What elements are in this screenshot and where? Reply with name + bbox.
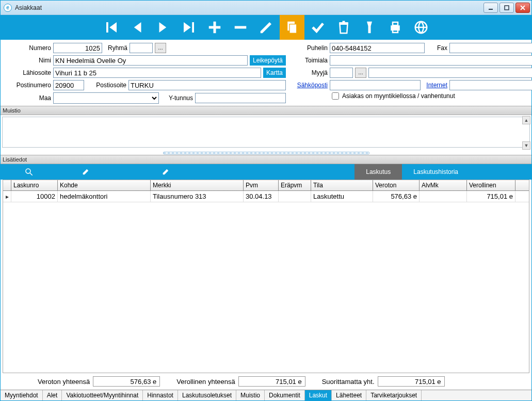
fax-input[interactable]: [449, 43, 532, 53]
myyntikielto-checkbox[interactable]: [332, 92, 339, 100]
internet-input[interactable]: [449, 80, 532, 90]
window-title: Asiakkaat: [15, 4, 483, 11]
bottom-tab-tarviketarjoukset[interactable]: Tarviketarjoukset: [366, 390, 422, 400]
suorittamatta-total-value: 715,01 e: [378, 376, 445, 387]
grid-header: Laskunro Kohde Merkki Pvm Eräpvm Tila Ve…: [3, 180, 529, 191]
maa-select[interactable]: [53, 92, 159, 104]
bottom-tab-hinnastot[interactable]: Hinnastot: [143, 390, 178, 400]
svg-rect-12: [393, 22, 398, 25]
puhelin-input[interactable]: [330, 43, 425, 53]
nav-last-button[interactable]: [176, 15, 201, 40]
add-button[interactable]: [202, 15, 227, 40]
svg-rect-2: [106, 22, 108, 33]
col-tila[interactable]: Tila: [311, 180, 373, 190]
myyja-label: Myyjä: [294, 69, 328, 76]
customer-form: Numero Ryhmä … Nimi Leikepöytä Lähiosoit…: [1, 40, 531, 106]
print-button[interactable]: [383, 15, 408, 40]
minimize-button[interactable]: [483, 3, 498, 13]
col-merkki[interactable]: Merkki: [151, 180, 244, 190]
bottom-tab-dokumentit[interactable]: Dokumentit: [265, 390, 305, 400]
confirm-button[interactable]: [305, 15, 330, 40]
edit-button[interactable]: [254, 15, 279, 40]
bottom-tabs: MyyntiehdotAletVakiotuotteet/Myyntihinna…: [1, 390, 531, 400]
app-icon: e: [4, 4, 12, 12]
col-verollinen[interactable]: Verollinen: [467, 180, 515, 190]
bottom-tab-laskutusoletukset[interactable]: Laskutusoletukset: [178, 390, 236, 400]
lahiosoite-label: Lähiosoite: [5, 69, 51, 76]
toimiala-label: Toimiala: [294, 57, 328, 64]
main-toolbar: [1, 15, 531, 40]
close-button[interactable]: [515, 3, 530, 13]
globe-button[interactable]: [409, 15, 433, 40]
maximize-button[interactable]: [499, 3, 514, 13]
veroton-total-value: 576,63 e: [93, 376, 160, 387]
copy-button[interactable]: [280, 15, 304, 40]
svg-rect-10: [342, 21, 345, 23]
table-row[interactable]: ▸ 10002 hedelmäkonttori Tilausnumero 313…: [3, 191, 529, 202]
col-erapvm[interactable]: Eräpvm: [279, 180, 311, 190]
leikepoyta-button[interactable]: Leikepöytä: [250, 55, 286, 66]
nimi-input[interactable]: [53, 55, 248, 66]
muistio-textarea[interactable]: [2, 117, 530, 148]
sahkoposti-input[interactable]: [330, 80, 421, 90]
numero-input[interactable]: [53, 43, 102, 53]
scroll-up-icon[interactable]: ▲: [522, 116, 530, 124]
detail-brush2-button[interactable]: [114, 164, 217, 180]
bottom-tab-vakiotuotteet-myyntihinnat[interactable]: Vakiotuotteet/Myyntihinnat: [62, 390, 143, 400]
myyja-input[interactable]: [330, 68, 353, 78]
flashlight-button[interactable]: [357, 15, 382, 40]
splitter[interactable]: [1, 151, 531, 155]
trash-button[interactable]: [331, 15, 356, 40]
svg-point-15: [26, 169, 30, 173]
row-pointer-icon: ▸: [3, 191, 11, 202]
nav-first-button[interactable]: [99, 15, 124, 40]
puhelin-label: Puhelin: [294, 44, 328, 52]
totals-row: Veroton yhteensä 576,63 e Verollinen yht…: [1, 374, 531, 390]
col-pvm[interactable]: Pvm: [244, 180, 279, 190]
col-kohde[interactable]: Kohde: [58, 180, 151, 190]
bottom-tab-l-hetteet[interactable]: Lähetteet: [332, 390, 366, 400]
muistio-header: Muistio: [1, 106, 531, 115]
bottom-tab-myyntiehdot[interactable]: Myyntiehdot: [1, 390, 43, 400]
ryhma-input[interactable]: [130, 43, 153, 53]
tab-laskutus[interactable]: Laskutus: [354, 164, 402, 180]
col-laskunro[interactable]: Laskunro: [11, 180, 58, 190]
maa-label: Maa: [5, 94, 51, 102]
invoice-grid[interactable]: Laskunro Kohde Merkki Pvm Eräpvm Tila Ve…: [3, 180, 529, 373]
grid-body: ▸ 10002 hedelmäkonttori Tilausnumero 313…: [3, 191, 529, 373]
bottom-tab-muistio[interactable]: Muistio: [236, 390, 265, 400]
nimi-label: Nimi: [5, 57, 51, 64]
detail-search-button[interactable]: [1, 164, 57, 180]
verollinen-total-value: 715,01 e: [238, 376, 305, 387]
myyja-name-input[interactable]: [368, 68, 532, 78]
scroll-down-icon[interactable]: ▼: [522, 141, 530, 150]
svg-rect-9: [339, 22, 348, 24]
ryhma-lookup-button[interactable]: …: [155, 43, 166, 53]
sahkoposti-link[interactable]: Sähköposti: [294, 82, 328, 89]
postiosoite-input[interactable]: [128, 80, 286, 90]
nav-prev-button[interactable]: [125, 15, 150, 40]
svg-rect-0: [489, 9, 493, 10]
col-alvmk[interactable]: AlvMk: [420, 180, 467, 190]
kartta-button[interactable]: Kartta: [263, 68, 286, 78]
myyja-lookup-button[interactable]: …: [355, 68, 366, 78]
svg-rect-8: [289, 24, 297, 34]
toimiala-input[interactable]: [330, 55, 532, 66]
tab-laskutushistoria[interactable]: Laskutushistoria: [402, 164, 470, 180]
bottom-tab-alet[interactable]: Alet: [43, 390, 62, 400]
muistio-area: ▲ ▼: [1, 115, 531, 151]
svg-rect-13: [393, 29, 398, 33]
lahiosoite-input[interactable]: [53, 68, 261, 78]
internet-link[interactable]: Internet: [423, 82, 447, 89]
svg-rect-6: [234, 26, 246, 29]
myyntikielto-label: Asiakas on myyntikiellossa / vanhentunut: [342, 92, 455, 100]
ytunnus-input[interactable]: [195, 93, 286, 103]
col-veroton[interactable]: Veroton: [373, 180, 420, 190]
bottom-tab-laskut[interactable]: Laskut: [305, 390, 332, 400]
postinumero-input[interactable]: [53, 80, 84, 90]
verollinen-total-label: Verollinen yhteensä: [176, 378, 235, 386]
detail-brush1-button[interactable]: [57, 164, 114, 180]
detail-toolbar: Laskutus Laskutushistoria: [1, 164, 531, 180]
nav-next-button[interactable]: [151, 15, 175, 40]
remove-button[interactable]: [228, 15, 253, 40]
